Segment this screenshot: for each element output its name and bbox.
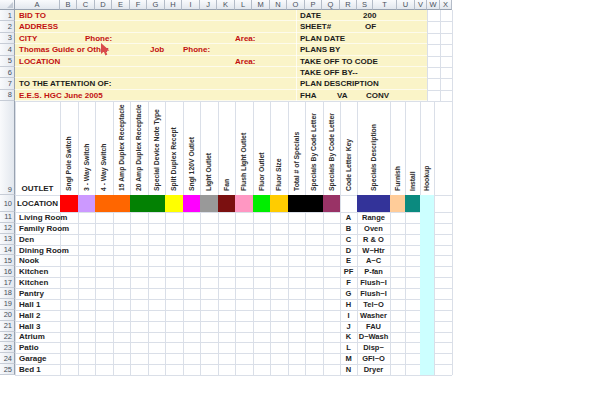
column-header-P[interactable]: P (305, 0, 322, 10)
room-cell[interactable]: Nook (15, 255, 60, 266)
row-header-25[interactable]: 25 (0, 364, 15, 375)
row-header-5[interactable]: 5 (0, 56, 15, 67)
row-header-1[interactable]: 1 (0, 10, 15, 21)
code-desc-cell[interactable]: Dryer (357, 364, 390, 375)
code-letter-cell[interactable]: M (340, 353, 357, 364)
rotated-column-header[interactable]: Specials By Code Letter (305, 103, 323, 194)
color-swatch-cell[interactable] (357, 195, 390, 212)
room-cell[interactable]: Den (15, 234, 60, 245)
color-swatch-cell[interactable] (218, 195, 236, 212)
color-swatch-cell[interactable] (183, 195, 201, 212)
column-header-H[interactable]: H (165, 0, 182, 10)
column-header-I[interactable]: I (182, 0, 200, 10)
color-swatch-cell[interactable] (235, 195, 253, 212)
row-header-23[interactable]: 23 (0, 342, 15, 353)
room-cell[interactable]: Living Room (15, 212, 60, 223)
rotated-column-header[interactable]: 3 - Way Switch (78, 103, 96, 194)
color-swatch-cell[interactable] (323, 195, 341, 212)
rotated-column-header[interactable]: 20 Amp Duplex Receptacle (130, 103, 148, 194)
code-desc-cell[interactable]: P-fan (357, 266, 390, 277)
hookup-column-fill[interactable] (420, 195, 434, 375)
rotated-column-header[interactable]: Specials By Code Letter (323, 103, 341, 194)
code-letter-cell[interactable]: I (340, 310, 357, 321)
rotated-column-header[interactable]: Furnish (390, 103, 405, 194)
code-letter-cell[interactable]: C (340, 234, 357, 245)
color-swatch-cell[interactable] (78, 195, 96, 212)
color-swatch-cell[interactable] (405, 195, 420, 212)
outlet-label-cell[interactable]: OUTLET (15, 181, 60, 195)
room-cell[interactable]: Kitchen (15, 277, 60, 288)
rotated-column-header[interactable]: Sngl 120V Outlet (183, 103, 201, 194)
select-all-corner[interactable] (0, 0, 15, 10)
room-cell[interactable]: Dining Room (15, 245, 60, 256)
column-header-E[interactable]: E (112, 0, 130, 10)
code-desc-cell[interactable]: Flush~I (357, 277, 390, 288)
code-letter-cell[interactable]: K (340, 332, 357, 343)
color-swatch-cell[interactable] (165, 195, 183, 212)
row-header-19[interactable]: 19 (0, 299, 15, 310)
rotated-column-header[interactable]: Special Device Note Type (148, 103, 166, 194)
code-desc-cell[interactable]: Range (357, 212, 390, 223)
rotated-column-header[interactable]: Specials Description (357, 103, 390, 194)
rotated-column-header[interactable]: Total # of Specials (288, 103, 306, 194)
column-header-L[interactable]: L (235, 0, 252, 10)
row-header-14[interactable]: 14 (0, 245, 15, 256)
column-header-O[interactable]: O (287, 0, 305, 10)
code-letter-cell[interactable]: F (340, 277, 357, 288)
code-desc-cell[interactable]: A~C (357, 255, 390, 266)
row-header-11[interactable]: 11 (0, 212, 15, 223)
row-header-6[interactable]: 6 (0, 67, 15, 78)
code-desc-cell[interactable]: Washer (357, 310, 390, 321)
column-header-A[interactable]: A (15, 0, 60, 10)
code-desc-cell[interactable]: W~Htr (357, 245, 390, 256)
column-header-X[interactable]: X (440, 0, 452, 10)
rotated-column-header[interactable]: Fluor Size (270, 103, 288, 194)
color-swatch-cell[interactable] (270, 195, 288, 212)
column-header-T[interactable]: T (373, 0, 397, 10)
code-desc-cell[interactable]: Flush~I (357, 288, 390, 299)
code-desc-cell[interactable]: D~Wash (357, 332, 390, 343)
code-desc-cell[interactable]: R & O (357, 234, 390, 245)
color-swatch-cell[interactable] (288, 195, 306, 212)
color-swatch-cell[interactable] (200, 195, 218, 212)
row-header-4[interactable]: 4 (0, 44, 15, 55)
row-header-21[interactable]: 21 (0, 321, 15, 332)
room-cell[interactable]: Family Room (15, 223, 60, 234)
row-header-13[interactable]: 13 (0, 234, 15, 245)
code-letter-cell[interactable]: E (340, 255, 357, 266)
room-cell[interactable]: Garage (15, 353, 60, 364)
row-header-10[interactable]: 10 (0, 195, 15, 212)
code-letter-cell[interactable]: B (340, 223, 357, 234)
rotated-column-header[interactable]: Flush Light Outlet (235, 103, 253, 194)
column-header-F[interactable]: F (130, 0, 147, 10)
column-header-M[interactable]: M (252, 0, 270, 10)
form-row-6[interactable] (15, 67, 427, 78)
color-swatch-cell[interactable] (113, 195, 131, 212)
rotated-column-header[interactable]: Light Outlet (200, 103, 218, 194)
column-header-R[interactable]: R (340, 0, 357, 10)
column-header-D[interactable]: D (95, 0, 112, 10)
column-header-K[interactable]: K (217, 0, 235, 10)
rotated-column-header[interactable]: Fluor Outlet (253, 103, 271, 194)
column-header-C[interactable]: C (77, 0, 95, 10)
code-desc-cell[interactable]: GFI~O (357, 353, 390, 364)
row-header-15[interactable]: 15 (0, 255, 15, 266)
code-desc-cell[interactable]: Oven (357, 223, 390, 234)
row-header-12[interactable]: 12 (0, 223, 15, 234)
rotated-column-header[interactable]: Hookup (420, 103, 434, 194)
code-letter-cell[interactable]: J (340, 321, 357, 332)
code-letter-cell[interactable]: D (340, 245, 357, 256)
color-swatch-cell[interactable] (130, 195, 148, 212)
rotated-column-header[interactable]: Install (405, 103, 420, 194)
room-cell[interactable]: Hall 3 (15, 321, 60, 332)
column-header-N[interactable]: N (270, 0, 287, 10)
code-desc-cell[interactable]: Tel~O (357, 299, 390, 310)
color-swatch-cell[interactable] (253, 195, 271, 212)
column-header-S[interactable]: S (357, 0, 373, 10)
row-header-8[interactable]: 8 (0, 90, 15, 101)
rotated-column-header[interactable]: 4 - Way Switch (95, 103, 113, 194)
form-row-3[interactable] (15, 33, 427, 44)
room-cell[interactable]: Patio (15, 342, 60, 353)
room-cell[interactable]: Atrium (15, 332, 60, 343)
color-swatch-cell[interactable] (95, 195, 113, 212)
